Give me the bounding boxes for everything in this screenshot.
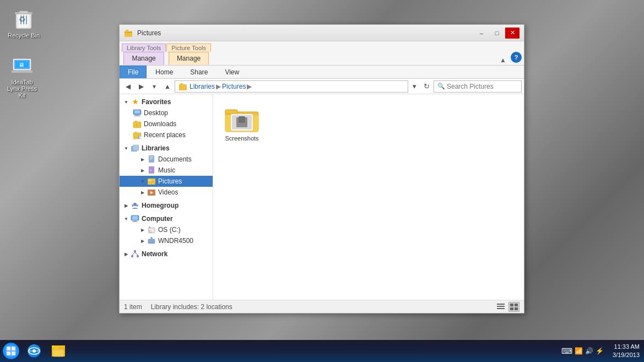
desktop-icon-recycle-bin[interactable]: ♻ Recycle Bin bbox=[4, 6, 43, 41]
svg-rect-61 bbox=[225, 110, 237, 114]
nav-homegroup-header[interactable]: ▶ Homegroup bbox=[120, 200, 213, 211]
address-path[interactable]: Libraries ▶ Pictures ▶ bbox=[175, 80, 408, 93]
svg-rect-32 bbox=[150, 156, 153, 157]
svg-rect-15 bbox=[126, 30, 128, 32]
tab-picture-manage[interactable]: Manage bbox=[169, 52, 209, 65]
large-icons-button[interactable] bbox=[508, 302, 519, 312]
svg-point-43 bbox=[136, 204, 138, 207]
nav-item-downloads[interactable]: ↓ Downloads bbox=[120, 118, 213, 129]
svg-rect-68 bbox=[497, 304, 505, 305]
svg-rect-75 bbox=[7, 347, 10, 350]
ribbon-expand-btn[interactable]: ▲ bbox=[495, 55, 511, 65]
homegroup-triangle: ▶ bbox=[123, 202, 129, 209]
homegroup-icon bbox=[131, 201, 139, 210]
minimize-button[interactable]: – bbox=[474, 28, 489, 39]
maximize-button[interactable]: □ bbox=[490, 28, 504, 39]
pictures-nav-icon bbox=[147, 177, 156, 186]
svg-rect-33 bbox=[150, 158, 153, 158]
svg-rect-6 bbox=[19, 11, 28, 13]
tab-library-manage[interactable]: Manage bbox=[123, 52, 164, 65]
nav-favorites-header[interactable]: ▼ ★ Favorites bbox=[120, 96, 213, 107]
nav-network-header[interactable]: ▶ Network bbox=[120, 248, 213, 260]
documents-triangle: ▶ bbox=[139, 156, 146, 163]
nav-item-music[interactable]: ▶ ♪ Music bbox=[120, 165, 213, 176]
network-tray-icon[interactable]: 📶 bbox=[575, 347, 583, 355]
nav-item-wndr[interactable]: ▶ WNDR4500 bbox=[120, 235, 213, 246]
svg-rect-67 bbox=[232, 115, 252, 129]
help-button[interactable]: ? bbox=[511, 52, 522, 63]
window-icon bbox=[124, 29, 133, 37]
refresh-button[interactable]: ↻ bbox=[420, 80, 432, 93]
power-tray-icon[interactable]: ⚡ bbox=[596, 347, 604, 355]
up-button[interactable]: ▲ bbox=[161, 80, 174, 93]
nav-item-osc[interactable]: ▶ C: OS (C:) bbox=[120, 224, 213, 235]
volume-tray-icon[interactable]: 🔊 bbox=[585, 347, 593, 355]
tab-home[interactable]: Home bbox=[147, 66, 181, 78]
recent-locations-btn[interactable]: ▾ bbox=[148, 80, 160, 93]
system-clock[interactable]: 11:33 AM 3/19/2013 bbox=[608, 343, 644, 360]
svg-rect-76 bbox=[12, 347, 15, 350]
desktop-icon-ideapad[interactable]: 🖥 IdeaTab Lynx Press Kit bbox=[3, 52, 41, 101]
ie-icon bbox=[28, 344, 41, 358]
svg-rect-55 bbox=[134, 250, 136, 252]
nav-item-pictures[interactable]: ▼ Pictures bbox=[120, 176, 213, 187]
svg-rect-77 bbox=[7, 352, 10, 355]
svg-rect-4 bbox=[26, 15, 27, 24]
nav-item-videos[interactable]: ▶ Videos bbox=[120, 187, 213, 198]
folder-screenshots[interactable]: Screenshots bbox=[220, 101, 264, 145]
keyboard-tray-icon[interactable]: ⌨ bbox=[561, 347, 572, 355]
ribbon-tabs: Library Tools Manage Picture Tools Manag… bbox=[120, 41, 524, 66]
search-input[interactable] bbox=[447, 83, 518, 90]
main-area: ▼ ★ Favorites Desktop bbox=[120, 94, 524, 300]
svg-rect-34 bbox=[150, 159, 152, 159]
svg-rect-14 bbox=[125, 31, 132, 33]
status-item-count: 1 item bbox=[124, 303, 142, 311]
search-box[interactable]: 🔍 bbox=[434, 80, 522, 93]
taskbar-file-manager[interactable] bbox=[46, 340, 71, 362]
status-view-controls bbox=[495, 302, 519, 312]
svg-text:♪: ♪ bbox=[150, 168, 152, 172]
nav-osc-label: OS (C:) bbox=[158, 226, 181, 234]
nav-computer-header[interactable]: ▼ Computer bbox=[120, 213, 213, 224]
list-view-button[interactable] bbox=[495, 302, 506, 312]
desktop: ♻ Recycle Bin 🖥 IdeaTab Lynx Press Kit bbox=[0, 0, 644, 362]
taskbar-ie[interactable] bbox=[22, 340, 46, 362]
status-library-info: Library includes: 2 locations bbox=[151, 303, 232, 311]
svg-rect-71 bbox=[510, 304, 513, 306]
homegroup-label: Homegroup bbox=[142, 202, 178, 209]
forward-button[interactable]: ▶ bbox=[135, 80, 147, 93]
status-bar: 1 item Library includes: 2 locations bbox=[120, 300, 524, 313]
osc-triangle: ▶ bbox=[139, 226, 146, 233]
svg-text:♻: ♻ bbox=[19, 15, 26, 24]
downloads-nav-icon: ↓ bbox=[133, 120, 142, 128]
nav-libraries-header[interactable]: ▼ Libraries bbox=[120, 143, 213, 154]
close-button[interactable]: ✕ bbox=[505, 28, 519, 39]
nav-item-desktop[interactable]: Desktop bbox=[120, 107, 213, 118]
taskbar-items bbox=[22, 340, 557, 362]
nav-item-documents[interactable]: ▶ Documents bbox=[120, 154, 213, 165]
svg-rect-78 bbox=[12, 352, 15, 355]
back-button[interactable]: ◀ bbox=[122, 80, 134, 93]
network-icon bbox=[131, 250, 139, 258]
nav-item-recent[interactable]: 🕐 Recent places bbox=[120, 129, 213, 141]
svg-rect-54 bbox=[151, 238, 152, 240]
svg-rect-37 bbox=[148, 179, 155, 185]
address-dropdown-btn[interactable]: ▾ bbox=[409, 80, 419, 93]
recycle-bin-label: Recycle Bin bbox=[8, 32, 40, 39]
tab-file[interactable]: File bbox=[120, 66, 147, 78]
path-libraries[interactable]: Libraries bbox=[190, 83, 215, 90]
libraries-triangle: ▼ bbox=[123, 145, 129, 152]
svg-text:🖥: 🖥 bbox=[19, 62, 24, 68]
clock-date: 3/19/2013 bbox=[613, 351, 640, 359]
svg-rect-17 bbox=[180, 83, 183, 85]
tab-view[interactable]: View bbox=[217, 66, 247, 78]
tab-share[interactable]: Share bbox=[182, 66, 216, 78]
nav-videos-label: Videos bbox=[158, 188, 178, 196]
favorites-label: Favorites bbox=[142, 98, 171, 106]
title-bar: Pictures – □ ✕ bbox=[120, 25, 524, 41]
file-manager-icon bbox=[52, 345, 65, 356]
path-pictures[interactable]: Pictures bbox=[222, 83, 246, 90]
start-button[interactable] bbox=[0, 340, 22, 362]
svg-rect-45 bbox=[132, 216, 138, 220]
svg-rect-16 bbox=[179, 84, 187, 90]
